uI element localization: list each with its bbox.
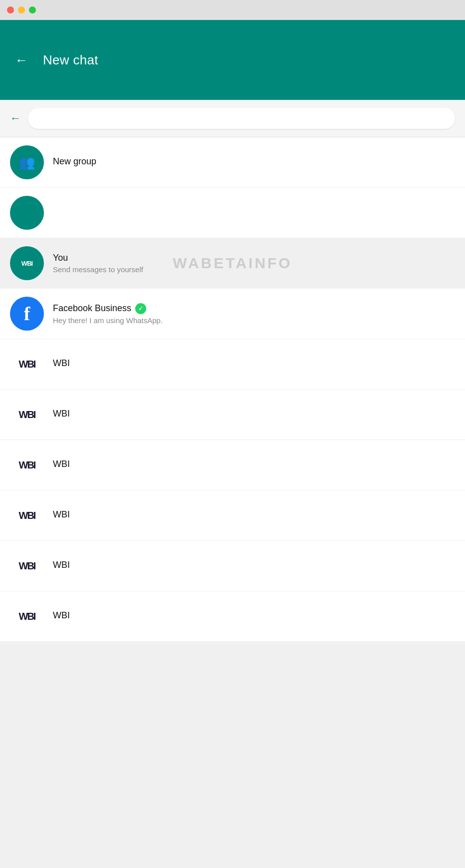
wbi-info-5: WBI [53, 560, 455, 572]
minimize-button[interactable] [18, 6, 25, 13]
wbi-avatar-3: WBI [10, 448, 44, 482]
you-avatar: WBI [10, 246, 44, 280]
wbi-name-4: WBI [53, 509, 455, 520]
header-back-icon[interactable]: ← [15, 52, 28, 68]
wbi-item-2[interactable]: WBI WBI [0, 390, 465, 440]
wbi-avatar-1: WBI [10, 347, 44, 381]
you-item[interactable]: WBI You Send messages to yourself WABETA… [0, 238, 465, 289]
verified-badge: ✓ [135, 303, 146, 314]
new-group-avatar: 👥 [10, 145, 44, 179]
wbi-name-2: WBI [53, 409, 455, 419]
you-name: You [53, 253, 455, 263]
wbi-name-5: WBI [53, 560, 455, 570]
wbi-info-6: WBI [53, 610, 455, 623]
facebook-name: Facebook Business ✓ [53, 303, 455, 314]
wbi-item-3[interactable]: WBI WBI [0, 440, 465, 490]
facebook-business-item[interactable]: f Facebook Business ✓ Hey there! I am us… [0, 289, 465, 339]
unknown-item[interactable] [0, 188, 465, 238]
wbi-item-4[interactable]: WBI WBI [0, 490, 465, 541]
wbi-avatar-4: WBI [10, 498, 44, 532]
wbi-name-6: WBI [53, 610, 455, 621]
search-input[interactable] [28, 108, 455, 129]
wbi-item-1[interactable]: WBI WBI [0, 339, 465, 390]
wbi-info-3: WBI [53, 459, 455, 471]
wbi-avatar-6: WBI [10, 599, 44, 633]
wbi-item-5[interactable]: WBI WBI [0, 541, 465, 591]
facebook-status: Hey there! I am using WhatsApp. [53, 316, 455, 325]
facebook-info: Facebook Business ✓ Hey there! I am usin… [53, 303, 455, 325]
wbi-name-3: WBI [53, 459, 455, 469]
group-icon: 👥 [19, 155, 35, 170]
header: ← New chat [0, 20, 465, 100]
page-title: New chat [43, 52, 98, 68]
close-button[interactable] [7, 6, 14, 13]
you-status: Send messages to yourself [53, 265, 455, 274]
unknown-avatar [10, 196, 44, 230]
title-bar [0, 0, 465, 20]
wbi-avatar-5: WBI [10, 549, 44, 583]
wbi-info-1: WBI [53, 358, 455, 371]
wbi-name-1: WBI [53, 358, 455, 369]
contact-list: 👥 New group WBI You Send messages to you… [0, 137, 465, 642]
new-group-name: New group [53, 156, 455, 167]
wbi-info-4: WBI [53, 509, 455, 522]
wbi-item-6[interactable]: WBI WBI [0, 591, 465, 642]
facebook-avatar: f [10, 297, 44, 331]
maximize-button[interactable] [29, 6, 36, 13]
wbi-avatar-2: WBI [10, 398, 44, 432]
you-info: You Send messages to yourself [53, 253, 455, 274]
search-bar: ← [0, 100, 465, 137]
wbi-info-2: WBI [53, 409, 455, 421]
new-group-info: New group [53, 156, 455, 169]
search-back-icon[interactable]: ← [10, 112, 21, 125]
new-group-item[interactable]: 👥 New group [0, 137, 465, 188]
